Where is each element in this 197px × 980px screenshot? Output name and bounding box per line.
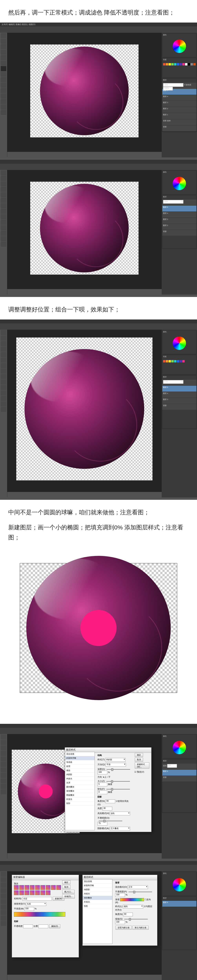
layer-style-dialog-2[interactable]: 图层样式 混合选项 斜面和浮雕 内阴影 内发光 渐变叠加 外发光 投影 渐变 混… — [82, 875, 157, 946]
tool-marquee[interactable] — [1, 38, 6, 44]
panel-color[interactable]: 颜色 — [162, 33, 196, 38]
bevel-style[interactable]: 内斜面 — [105, 758, 126, 762]
ok-button[interactable]: 确定 — [62, 880, 70, 885]
style-item[interactable]: 投影 — [83, 904, 112, 908]
g-style-select[interactable]: 线性 — [123, 905, 143, 908]
blend-select[interactable]: 滤色 — [163, 200, 183, 204]
layers-list[interactable]: 正常 图层 5 图层 4 图层 3 背景 — [162, 380, 196, 429]
panel-layers[interactable]: 图层 — [162, 375, 196, 380]
g-scale-slider[interactable] — [124, 919, 148, 920]
layer-row[interactable]: 图层 4 — [162, 212, 196, 218]
bevel-method[interactable]: 平滑 — [106, 763, 126, 767]
style-item[interactable]: 描边 — [65, 768, 94, 773]
swatches[interactable] — [162, 62, 196, 78]
style-item[interactable]: 等高线 — [65, 760, 94, 764]
soft-input[interactable]: 0 — [98, 791, 107, 794]
color-wheel[interactable] — [162, 175, 196, 194]
canvas[interactable] — [30, 45, 139, 137]
style-item[interactable]: 内阴影 — [65, 773, 94, 777]
hop-slider[interactable] — [99, 821, 122, 821]
style-item[interactable]: 混合选项 — [83, 880, 112, 884]
canvas-area[interactable] — [7, 330, 162, 492]
cancel-button[interactable]: 取消 — [62, 885, 70, 889]
ok-button[interactable]: 确定 — [135, 753, 143, 757]
optionbar[interactable] — [0, 27, 197, 33]
g-op-input[interactable]: 100 — [115, 893, 125, 897]
canvas-area[interactable] — [7, 33, 162, 152]
dir-up[interactable]: 上 — [104, 776, 107, 778]
style-item[interactable]: 投影 — [65, 802, 94, 805]
layer-row[interactable]: 图层 3 — [162, 101, 196, 107]
menu-edit[interactable]: 编辑(E) — [9, 23, 15, 25]
gradient-bar[interactable] — [14, 912, 65, 917]
hop-input[interactable]: 75 — [98, 822, 107, 826]
panel-layers[interactable]: 图层 — [162, 78, 196, 83]
panels[interactable]: 颜色 图层 填充:0% 图层 5 背景 — [162, 734, 197, 859]
panels[interactable]: 颜色 图层图层 5 — [162, 871, 197, 980]
optionbar[interactable] — [0, 728, 197, 734]
layer-row[interactable]: 背景 — [162, 776, 196, 782]
smooth-input[interactable]: 100 — [24, 907, 34, 911]
tool-palette[interactable] — [0, 734, 7, 859]
layers-list[interactable]: 滤色 图层 5 图层 4 图层 3 图层 2 背景 — [162, 199, 196, 248]
layer-row[interactable]: 背景 — [162, 125, 196, 131]
layer-mode-row[interactable]: 正常 — [162, 380, 196, 386]
tool-wand[interactable] — [1, 49, 6, 55]
cancel-button[interactable]: 取消 — [135, 758, 143, 762]
optionbar[interactable] — [0, 164, 197, 170]
hmode-select[interactable]: 滤色 — [110, 811, 130, 815]
menu-file[interactable]: 文件(F) — [2, 23, 8, 25]
panel-layers[interactable]: 图层 — [162, 897, 196, 901]
gradient-editor-dialog[interactable]: 渐变编辑器 预设 名称(N): 自定 新建(W) 渐变类型(T):实底 平滑度(… — [12, 875, 79, 958]
panel-swatch[interactable]: 色板 — [162, 355, 196, 359]
panels[interactable]: 颜色 图层 滤色 图层 5 图层 4 图层 3 图层 2 背景 — [162, 170, 197, 294]
style-item-bevel[interactable]: 斜面和浮雕 — [65, 756, 94, 760]
style-list[interactable]: 混合选项 斜面和浮雕 等高线 纹理 描边 内阴影 内发光 光泽 颜色叠加 渐变叠… — [65, 752, 95, 830]
style-item[interactable]: 外发光 — [83, 900, 112, 904]
panel-swatch[interactable]: 色板 — [162, 58, 196, 62]
layer-row[interactable]: 图层 3 — [162, 398, 196, 404]
size-input[interactable]: 5 — [98, 783, 107, 786]
fill-input[interactable]: 0% — [167, 764, 177, 768]
color-wheel[interactable] — [162, 876, 196, 896]
tool-stamp[interactable] — [1, 72, 6, 76]
soft-slider[interactable] — [106, 789, 130, 789]
panel-layers[interactable]: 图层 — [162, 195, 196, 199]
layer-row[interactable]: 图层 5 — [162, 386, 196, 392]
menu-image[interactable]: 图像(I) — [16, 23, 21, 25]
g-scale-input[interactable]: 100 — [115, 920, 125, 924]
layers-list[interactable]: 图层 5 — [162, 901, 196, 950]
menubar[interactable] — [0, 160, 197, 164]
style-item[interactable]: 内发光 — [83, 892, 112, 896]
layer-mode-row[interactable]: 填充:0% — [162, 764, 196, 770]
layer-row[interactable]: 图层 4 — [162, 392, 196, 398]
layer-row[interactable]: 图层 4 — [162, 95, 196, 101]
layer-row[interactable]: 图层 1 — [162, 113, 196, 119]
swatches[interactable] — [162, 359, 196, 375]
layer-row[interactable]: 图层 2 — [162, 224, 196, 230]
angle-input[interactable]: 90 — [106, 800, 115, 803]
alt-input[interactable]: 30 — [103, 807, 112, 810]
make-default-button[interactable]: 设置为默认值 — [115, 926, 132, 930]
tool-palette[interactable] — [0, 33, 7, 158]
tool-move[interactable] — [1, 33, 6, 38]
depth-slider[interactable] — [107, 769, 130, 770]
size-slider[interactable] — [106, 781, 130, 782]
style-item[interactable]: 斜面和浮雕 — [83, 884, 112, 888]
layer-mode-row[interactable]: 滤色 不透明度:100% — [162, 83, 196, 89]
style-item[interactable]: 外发光 — [65, 797, 94, 802]
depth-input[interactable]: 100 — [98, 771, 107, 775]
menu-layer[interactable]: 图层(L) — [22, 23, 28, 25]
layer-row[interactable]: 背景 — [162, 404, 196, 410]
layer-style-dialog[interactable]: 图层样式 混合选项 斜面和浮雕 等高线 纹理 描边 内阴影 内发光 光泽 颜色叠… — [65, 747, 152, 832]
g-gradient-swatch[interactable] — [120, 898, 144, 901]
style-item[interactable]: 内发光 — [65, 777, 94, 781]
menubar[interactable] — [0, 320, 197, 323]
tool-zoom[interactable] — [1, 110, 6, 115]
blend-select[interactable]: 滤色 — [163, 83, 183, 87]
panel-color[interactable]: 颜色 — [162, 330, 196, 334]
optionbar[interactable] — [0, 865, 197, 872]
layer-row[interactable]: 图层 2 — [162, 107, 196, 113]
tool-shape[interactable] — [1, 99, 6, 104]
g-blend-select[interactable]: 正常 — [128, 885, 148, 889]
